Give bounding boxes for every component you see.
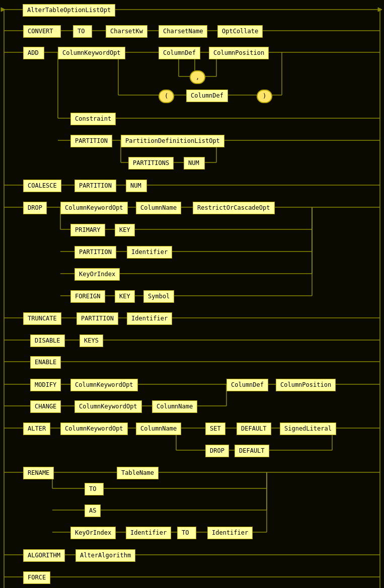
node-identifier3: Identifier bbox=[126, 527, 171, 539]
node-partition1: PARTITION bbox=[70, 135, 112, 147]
node-columnDef1: ColumnDef bbox=[159, 47, 200, 59]
node-partition2: PARTITION bbox=[74, 180, 116, 192]
node-columnKeywordOpt3: ColumnKeywordOpt bbox=[70, 379, 138, 391]
node-enable: ENABLE bbox=[30, 356, 61, 369]
node-partition3: PARTITION bbox=[74, 246, 116, 259]
node-optCollate: OptCollate bbox=[217, 25, 263, 38]
node-modify: MODIFY bbox=[30, 379, 61, 391]
svg-marker-3 bbox=[378, 8, 382, 12]
node-title: AlterTableOptionListOpt bbox=[23, 4, 115, 17]
node-partitions: PARTITIONS bbox=[128, 157, 174, 170]
node-force: FORCE bbox=[23, 571, 50, 584]
node-as1: AS bbox=[85, 505, 101, 517]
node-columnName1: ColumnName bbox=[136, 202, 181, 214]
node-tableName: TableName bbox=[117, 467, 159, 479]
node-partitionDefListOpt: PartitionDefinitionListOpt bbox=[121, 135, 224, 147]
node-to1: TO bbox=[73, 25, 92, 38]
node-columnKeywordOpt4: ColumnKeywordOpt bbox=[74, 400, 142, 413]
node-identifier1: Identifier bbox=[127, 246, 172, 259]
node-alter: ALTER bbox=[23, 423, 50, 435]
node-keyOrIndex1: KeyOrIndex bbox=[74, 268, 120, 281]
diagram: AlterTableOptionListOptCONVERTTOCharsetK… bbox=[0, 0, 384, 588]
node-rparen: ) bbox=[257, 90, 272, 103]
node-signedLiteral: SignedLiteral bbox=[280, 423, 336, 435]
node-algorithm: ALGORITHM bbox=[23, 549, 65, 562]
node-default1: DEFAULT bbox=[237, 423, 271, 435]
node-charsetKw: CharsetKw bbox=[106, 25, 147, 38]
node-keys1: KEYS bbox=[80, 334, 103, 347]
node-columnName2: ColumnName bbox=[152, 400, 197, 413]
node-columnDef2: ColumnDef bbox=[186, 90, 228, 102]
node-key1: KEY bbox=[115, 224, 135, 236]
node-convert: CONVERT bbox=[23, 25, 61, 38]
node-to2: TO bbox=[85, 483, 104, 495]
node-rename: RENAME bbox=[23, 467, 54, 479]
node-num2: NUM bbox=[126, 180, 147, 192]
connection-lines bbox=[0, 0, 384, 588]
node-alterAlgorithm: AlterAlgorithm bbox=[75, 549, 135, 562]
node-drop: DROP bbox=[23, 202, 47, 214]
node-columnKeywordOpt2: ColumnKeywordOpt bbox=[60, 202, 128, 214]
node-to3: TO bbox=[177, 527, 196, 539]
node-columnName3: ColumnName bbox=[136, 423, 181, 435]
node-keyOrIndex2: KeyOrIndex bbox=[70, 527, 116, 539]
node-disable: DISABLE bbox=[30, 334, 65, 347]
node-foreign: FOREIGN bbox=[70, 290, 105, 303]
node-truncate: TRUNCATE bbox=[23, 312, 61, 325]
node-symbol: Symbol bbox=[143, 290, 174, 303]
node-primary: PRIMARY bbox=[70, 224, 105, 236]
node-key2: KEY bbox=[115, 290, 135, 303]
node-restrictOrCascadeOpt: RestrictOrCascadeOpt bbox=[193, 202, 275, 214]
node-columnKeywordOpt5: ColumnKeywordOpt bbox=[60, 423, 128, 435]
node-charsetName: CharsetName bbox=[159, 25, 207, 38]
node-columnPosition2: ColumnPosition bbox=[276, 379, 336, 391]
node-change: CHANGE bbox=[30, 400, 61, 413]
node-lparen: ( bbox=[159, 90, 174, 103]
node-columnDef3: ColumnDef bbox=[226, 379, 268, 391]
node-partition4: PARTITION bbox=[76, 312, 118, 325]
node-columnPosition1: ColumnPosition bbox=[209, 47, 269, 59]
node-columnKeywordOpt1: ColumnKeywordOpt bbox=[58, 47, 125, 59]
node-default2: DEFAULT bbox=[235, 445, 269, 457]
node-drop2: DROP bbox=[205, 445, 229, 457]
node-constraint: Constraint bbox=[70, 113, 116, 125]
node-num1: NUM bbox=[184, 157, 205, 170]
node-coalesce: COALESCE bbox=[23, 180, 61, 192]
node-identifier4: Identifier bbox=[207, 527, 253, 539]
node-set: SET bbox=[205, 423, 225, 435]
node-identifier2: Identifier bbox=[127, 312, 172, 325]
node-comma1: , bbox=[190, 70, 205, 84]
svg-marker-2 bbox=[1, 8, 5, 12]
node-add: ADD bbox=[23, 47, 44, 59]
